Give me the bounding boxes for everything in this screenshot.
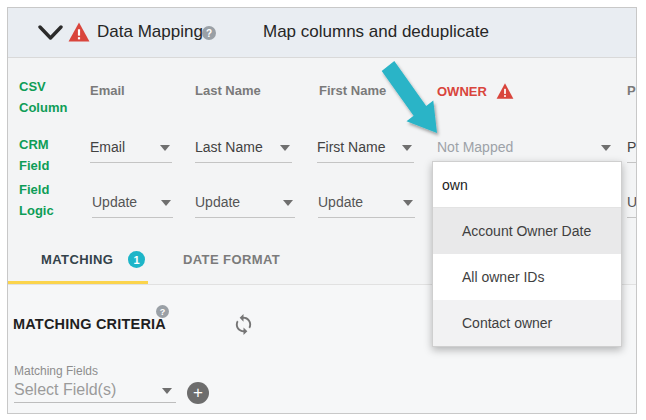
tab-date-format[interactable]: DATE FORMAT bbox=[183, 252, 280, 267]
dropdown-option-contact-owner[interactable]: Contact owner bbox=[433, 300, 621, 346]
dropdown-search-input[interactable] bbox=[433, 162, 621, 208]
matching-count-badge: 1 bbox=[128, 251, 145, 268]
csv-header-owner-label: OWNER bbox=[437, 84, 487, 99]
csv-header-last-name: Last Name bbox=[195, 83, 261, 98]
chevron-down-icon bbox=[280, 145, 290, 151]
tab-matching[interactable]: MATCHING bbox=[41, 252, 113, 267]
add-matching-field-button[interactable]: + bbox=[187, 382, 209, 404]
data-mapping-card: Data Mapping ? Map columns and deduplica… bbox=[7, 7, 637, 414]
crm-field-select-owner[interactable]: Not Mapped bbox=[437, 134, 613, 163]
csv-header-email: Email bbox=[90, 83, 125, 98]
crm-field-select-email[interactable]: Email bbox=[90, 134, 172, 163]
page-title: Data Mapping bbox=[97, 22, 203, 42]
page-subtitle: Map columns and deduplicate bbox=[263, 22, 489, 42]
field-logic-select-first-name[interactable]: Update bbox=[318, 189, 415, 218]
data-mapping-screen: Data Mapping ? Map columns and deduplica… bbox=[0, 0, 646, 420]
help-icon[interactable]: ? bbox=[202, 26, 216, 40]
owner-warning-icon bbox=[496, 83, 514, 99]
refresh-icon[interactable] bbox=[232, 313, 255, 336]
matching-fields-select[interactable]: Select Field(s) bbox=[14, 379, 176, 403]
dropdown-option-account-owner-date[interactable]: Account Owner Date bbox=[433, 208, 621, 254]
field-logic-select-phone[interactable]: Update bbox=[627, 189, 637, 218]
section-header: Data Mapping ? Map columns and deduplica… bbox=[8, 8, 636, 58]
chevron-down-icon bbox=[162, 388, 172, 394]
row-label-field-logic: Field Logic bbox=[19, 179, 81, 221]
matching-fields-label: Matching Fields bbox=[14, 364, 98, 378]
chevron-down-icon bbox=[402, 145, 412, 151]
csv-header-phone: Phone bbox=[627, 83, 637, 98]
matching-criteria-title: MATCHING CRITERIA bbox=[13, 316, 166, 332]
chevron-down-icon[interactable] bbox=[38, 25, 63, 41]
csv-header-owner: OWNER bbox=[437, 83, 514, 99]
dropdown-option-all-owner-ids[interactable]: All owner IDs bbox=[433, 254, 621, 300]
row-label-csv-column: CSV Column bbox=[19, 76, 81, 118]
crm-field-select-first-name[interactable]: First Name bbox=[317, 134, 414, 163]
chevron-down-icon bbox=[403, 200, 413, 206]
field-logic-select-email[interactable]: Update bbox=[92, 189, 173, 218]
chevron-down-icon bbox=[283, 200, 293, 206]
crm-field-select-last-name[interactable]: Last Name bbox=[195, 134, 292, 163]
warning-icon bbox=[68, 22, 90, 42]
criteria-help-icon[interactable]: ? bbox=[156, 305, 169, 318]
chevron-down-icon bbox=[160, 145, 170, 151]
chevron-down-icon bbox=[601, 145, 611, 151]
chevron-down-icon bbox=[161, 200, 171, 206]
csv-header-first-name: First Name bbox=[319, 83, 386, 98]
owner-field-dropdown-panel: Account Owner Date All owner IDs Contact… bbox=[432, 161, 622, 347]
field-logic-select-last-name[interactable]: Update bbox=[195, 189, 295, 218]
crm-field-select-phone[interactable]: Phone bbox=[627, 134, 637, 163]
row-label-crm-field: CRM Field bbox=[19, 134, 81, 176]
